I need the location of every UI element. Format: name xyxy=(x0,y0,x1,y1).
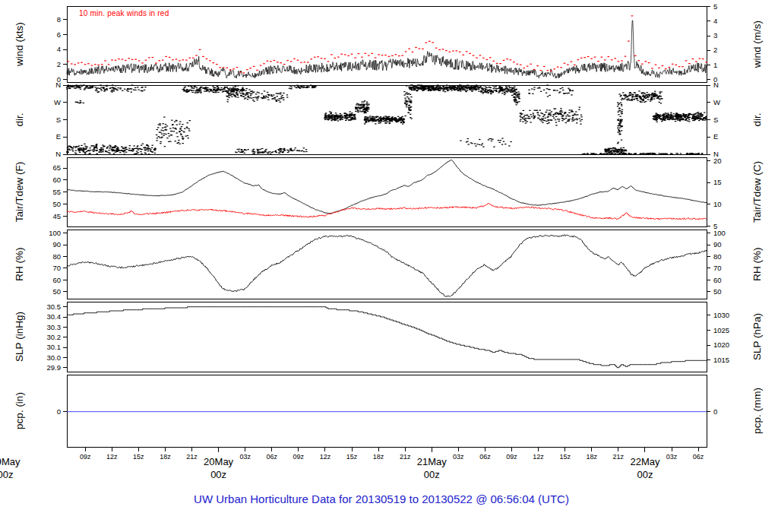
xtick-label: 09z xyxy=(506,453,517,461)
xtick-label: 15z xyxy=(133,453,144,461)
ytick-label-right: S xyxy=(713,116,718,124)
ytick-label-left: 70 xyxy=(52,264,61,272)
xtick-label: 21z xyxy=(186,453,198,461)
ylabel-left-rh: RH (%) xyxy=(14,247,25,280)
ytick-label-left: N xyxy=(55,81,61,89)
ylabel-left-slp: SLP (inHg) xyxy=(14,312,25,362)
page-title: UW Urban Horticulture Data for 20130519 … xyxy=(0,492,763,505)
ytick-label-left: 100 xyxy=(49,229,61,237)
xtick-date-label: 19May xyxy=(0,456,21,467)
xtick-date-sublabel: 00z xyxy=(210,469,226,480)
ytick-label-right: 0 xyxy=(713,407,717,416)
ytick-label-left: N xyxy=(55,150,61,158)
ylabel-right-wind: wind (m/s) xyxy=(751,21,763,68)
xtick-label: 09z xyxy=(293,453,305,461)
ytick-label-left: 55 xyxy=(52,188,61,196)
ytick-label-right: 50 xyxy=(713,287,722,296)
ytick-label-right: 4 xyxy=(713,17,717,25)
ytick-label-right: 15 xyxy=(713,178,722,186)
temp-tdew-line xyxy=(67,203,707,220)
ytick-label-left: 65 xyxy=(52,163,61,172)
ytick-label-right: 2 xyxy=(713,46,717,54)
ytick-label-right: 1015 xyxy=(713,356,729,364)
xtick-label: 15z xyxy=(346,453,358,461)
xtick-label: 06z xyxy=(267,453,278,461)
panel-wind-border xyxy=(67,6,707,82)
ytick-label-right: 1030 xyxy=(713,311,729,319)
xtick-label: 12z xyxy=(320,453,331,461)
ytick-label-left: 30.0 xyxy=(47,353,62,362)
dir-scatter xyxy=(66,84,707,154)
ytick-label-left: 60 xyxy=(52,176,61,184)
ylabel-left-temp: Tair/Tdew (F) xyxy=(14,162,25,223)
ylabel-right-temp: Tair/Tdew (C) xyxy=(751,161,763,223)
xtick-label: 21z xyxy=(400,453,411,461)
ytick-label-right: 1020 xyxy=(713,340,729,349)
xtick-label: 03z xyxy=(453,453,464,461)
slp-slp-line xyxy=(67,307,707,368)
ylabel-right-slp: SLP (hPa) xyxy=(751,313,763,360)
ytick-label-left: 50 xyxy=(52,287,61,296)
temp-tair-line xyxy=(67,160,707,213)
ytick-label-left: 60 xyxy=(52,276,61,284)
ylabel-right-rh: RH (%) xyxy=(751,247,763,280)
panel-rh-border xyxy=(67,230,707,299)
chart-canvas: 02468012345wind (kts)wind (m/s)NWSENNWSE… xyxy=(0,0,778,532)
ytick-label-left: 4 xyxy=(57,45,61,53)
ylabel-right-dir: dir. xyxy=(751,112,763,126)
ytick-label-left: 30.2 xyxy=(47,333,62,341)
ytick-label-right: 5 xyxy=(713,2,717,11)
xtick-label: 06z xyxy=(479,453,491,461)
xtick-date-label: 22May xyxy=(630,456,660,467)
xtick-label: 03z xyxy=(666,453,678,461)
xtick-label: 18z xyxy=(587,453,598,461)
xtick-label: 21z xyxy=(613,453,625,461)
ytick-label-right: 20 xyxy=(713,157,722,165)
ylabel-right-pcp: pcp. (mm) xyxy=(751,388,763,434)
ytick-label-left: 90 xyxy=(52,240,61,249)
ytick-label-right: 3 xyxy=(713,31,717,40)
xtick-label: 15z xyxy=(559,453,571,461)
ytick-label-right: 1 xyxy=(713,61,717,69)
ytick-label-left: 30.4 xyxy=(47,312,62,321)
xtick-label: 03z xyxy=(239,453,251,461)
ytick-label-left: 29.9 xyxy=(47,363,62,372)
peak-winds-annotation: 10 min. peak winds in red xyxy=(79,9,169,17)
ytick-label-right: 60 xyxy=(713,276,722,284)
ytick-label-left: S xyxy=(56,116,61,124)
xtick-date-sublabel: 00z xyxy=(637,469,653,480)
ytick-label-left: 45 xyxy=(52,212,61,220)
xtick-label: 12z xyxy=(533,453,544,461)
xtick-date-label: 20May xyxy=(204,456,234,467)
ylabel-left-dir: dir. xyxy=(14,112,25,126)
ytick-label-right: 70 xyxy=(713,264,722,272)
ytick-label-left: 30.5 xyxy=(47,302,62,311)
ytick-label-right: 1025 xyxy=(713,326,729,334)
wind-wind-avg-line xyxy=(67,21,707,78)
rh-rh-line xyxy=(67,235,707,297)
ytick-label-left: 50 xyxy=(52,200,61,208)
ylabel-left-wind: wind (kts) xyxy=(14,22,25,67)
ytick-label-right: N xyxy=(713,81,719,89)
panel-slp-border xyxy=(67,302,707,372)
ytick-label-left: 6 xyxy=(57,30,61,39)
ytick-label-left: 30.3 xyxy=(47,323,62,331)
ytick-label-left: 2 xyxy=(57,60,61,68)
ytick-label-right: E xyxy=(713,132,718,141)
ytick-label-right: 80 xyxy=(713,252,722,261)
ylabel-left-pcp: pcp. (in) xyxy=(14,392,25,429)
ytick-label-left: W xyxy=(54,98,61,106)
ytick-label-left: 8 xyxy=(57,15,61,24)
panel-temp-border xyxy=(67,157,707,226)
ytick-label-right: 10 xyxy=(713,200,722,208)
panel-pcp-border xyxy=(67,375,707,447)
ytick-label-left: 80 xyxy=(52,252,61,261)
ytick-label-left: 0 xyxy=(57,407,61,416)
xtick-label: 06z xyxy=(693,453,704,461)
xtick-label: 09z xyxy=(80,453,91,461)
weather-multipanel-chart: 02468012345wind (kts)wind (m/s)NWSENNWSE… xyxy=(0,0,778,532)
xtick-label: 12z xyxy=(106,453,118,461)
ytick-label-right: W xyxy=(713,98,720,106)
ytick-label-right: 100 xyxy=(713,229,726,237)
ytick-label-left: 30.1 xyxy=(47,343,62,351)
